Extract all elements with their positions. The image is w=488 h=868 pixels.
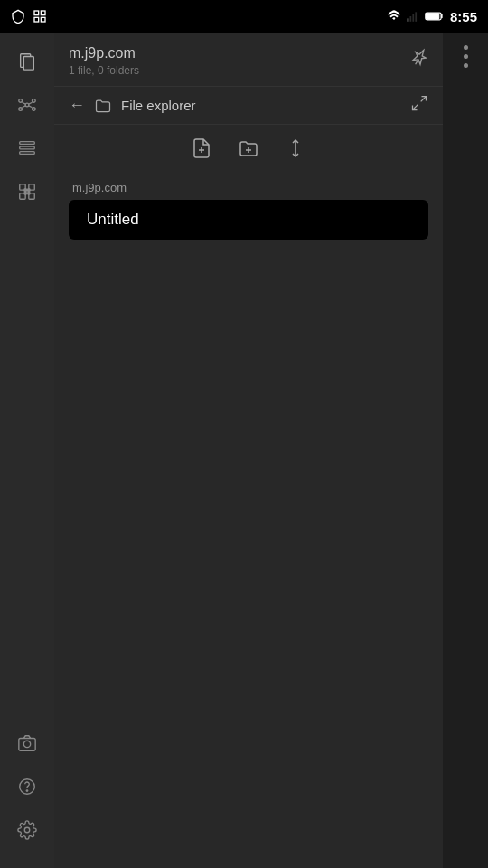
- svg-rect-4: [408, 18, 409, 22]
- sidebar-item-graph[interactable]: [7, 85, 47, 125]
- folder-label: m.j9p.com: [69, 181, 428, 194]
- file-count: 1 file, 0 folders: [69, 64, 408, 77]
- svg-line-23: [29, 106, 33, 108]
- svg-rect-5: [409, 16, 411, 22]
- list-icon: [17, 138, 37, 158]
- sidebar: [0, 33, 54, 868]
- folder-icon: [94, 97, 112, 115]
- back-button[interactable]: ←: [69, 96, 85, 115]
- file-item[interactable]: Untitled: [69, 200, 428, 240]
- dot-3: [464, 63, 468, 68]
- svg-rect-14: [23, 57, 33, 71]
- svg-rect-7: [415, 12, 417, 21]
- camera-icon: [17, 733, 37, 753]
- graph-icon: [17, 95, 37, 115]
- svg-point-33: [24, 192, 27, 194]
- svg-point-19: [33, 108, 36, 111]
- extensions-icon: [17, 182, 37, 202]
- svg-line-41: [421, 97, 427, 102]
- svg-rect-9: [427, 14, 439, 19]
- status-bar-left: [11, 9, 47, 24]
- svg-point-15: [25, 103, 29, 107]
- svg-point-34: [27, 192, 30, 194]
- right-panel: [443, 33, 488, 868]
- svg-rect-2: [34, 17, 39, 22]
- files-icon: [17, 52, 37, 71]
- explorer-title: File explorer: [121, 98, 401, 113]
- settings-icon: [17, 820, 37, 840]
- svg-rect-6: [412, 14, 414, 22]
- svg-rect-25: [20, 146, 35, 149]
- expand-button[interactable]: [410, 94, 428, 117]
- svg-line-21: [29, 102, 33, 104]
- dot-1: [464, 45, 468, 50]
- shield-icon: [11, 9, 25, 24]
- new-folder-button[interactable]: [238, 137, 259, 165]
- main-layout: m.j9p.com 1 file, 0 folders ← File explo…: [0, 33, 488, 868]
- svg-line-22: [23, 106, 26, 108]
- dot-2: [464, 54, 468, 59]
- help-icon: [17, 777, 37, 797]
- svg-rect-0: [34, 11, 39, 15]
- content-panel: m.j9p.com 1 file, 0 folders ← File explo…: [54, 33, 443, 868]
- svg-point-18: [19, 108, 23, 111]
- wifi-icon: [387, 9, 401, 24]
- svg-point-38: [26, 790, 27, 791]
- file-list: m.j9p.com Untitled: [54, 177, 443, 243]
- signal-icon: [407, 10, 419, 23]
- site-name: m.j9p.com: [69, 45, 408, 61]
- sidebar-bottom: [7, 723, 47, 859]
- toolbar: [54, 125, 443, 177]
- svg-point-39: [24, 827, 30, 833]
- sidebar-item-camera[interactable]: [7, 723, 47, 763]
- sidebar-item-help[interactable]: [7, 767, 47, 807]
- svg-point-16: [19, 99, 23, 103]
- svg-point-36: [23, 741, 30, 747]
- sidebar-item-list[interactable]: [7, 128, 47, 168]
- status-time: 8:55: [450, 9, 477, 24]
- grid-icon: [33, 9, 47, 24]
- status-bar: 8:55: [0, 0, 488, 33]
- sort-button[interactable]: [285, 137, 306, 165]
- svg-line-42: [413, 105, 418, 110]
- panel-header: m.j9p.com 1 file, 0 folders: [54, 33, 443, 86]
- sidebar-item-files[interactable]: [7, 42, 47, 81]
- svg-rect-24: [20, 142, 35, 145]
- svg-rect-3: [41, 17, 45, 22]
- svg-point-32: [27, 189, 30, 192]
- svg-point-17: [33, 99, 36, 103]
- sidebar-item-extensions[interactable]: [7, 172, 47, 212]
- svg-rect-26: [20, 152, 35, 155]
- header-info: m.j9p.com 1 file, 0 folders: [69, 45, 408, 77]
- new-file-button[interactable]: [191, 137, 212, 165]
- svg-point-31: [24, 189, 27, 192]
- svg-rect-1: [41, 11, 45, 15]
- svg-line-20: [23, 102, 26, 104]
- battery-icon: [425, 10, 445, 23]
- file-item-name: Untitled: [87, 211, 139, 228]
- svg-line-40: [416, 61, 418, 64]
- sidebar-item-settings[interactable]: [7, 810, 47, 850]
- explorer-bar: ← File explorer: [54, 86, 443, 125]
- status-bar-right: 8:55: [387, 9, 477, 24]
